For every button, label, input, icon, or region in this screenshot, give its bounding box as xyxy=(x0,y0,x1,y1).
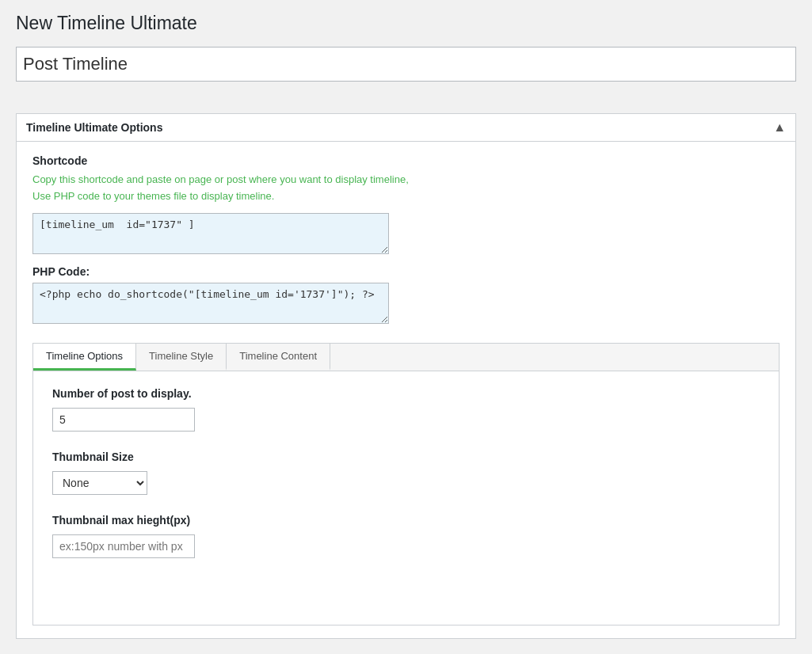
shortcode-section-title: Shortcode xyxy=(32,154,780,167)
field-thumbnail-size-label: Thumbnail Size xyxy=(52,451,760,463)
field-thumbnail-max-height: Thumbnail max hieght(px) xyxy=(52,514,760,558)
tab-timeline-content[interactable]: Timeline Content xyxy=(227,344,330,371)
thumbnail-size-select[interactable]: None Thumbnail Medium Large Full xyxy=(52,471,147,495)
shortcode-description: Copy this shortcode and paste on page or… xyxy=(32,172,780,205)
metabox-title: Timeline Ultimate Options xyxy=(26,121,162,134)
php-code-label: PHP Code: xyxy=(32,265,780,278)
tabs-nav: Timeline Options Timeline Style Timeline… xyxy=(33,344,779,371)
metabox-toggle-icon[interactable]: ▲ xyxy=(773,120,786,135)
field-posts-count: Number of post to display. xyxy=(52,387,760,432)
field-posts-count-label: Number of post to display. xyxy=(52,387,760,400)
tab-timeline-style[interactable]: Timeline Style xyxy=(136,344,227,371)
tab-timeline-options[interactable]: Timeline Options xyxy=(33,344,136,371)
shortcode-desc-line1: Copy this shortcode and paste on page or… xyxy=(32,172,780,188)
shortcode-desc-line2: Use PHP code to your themes file to disp… xyxy=(32,188,780,205)
shortcode-textarea[interactable]: [timeline_um id="1737" ] xyxy=(32,213,389,254)
page-title: New Timeline Ultimate xyxy=(16,13,796,34)
php-code-textarea[interactable]: <?php echo do_shortcode("[timeline_um id… xyxy=(32,283,389,324)
page-wrapper: New Timeline Ultimate Timeline Ultimate … xyxy=(0,0,812,654)
shortcode-section: Shortcode Copy this shortcode and paste … xyxy=(32,154,780,324)
field-thumbnail-size: Thumbnail Size None Thumbnail Medium Lar… xyxy=(52,451,760,495)
posts-count-input[interactable] xyxy=(52,408,195,432)
metabox-header: Timeline Ultimate Options ▲ xyxy=(17,114,795,142)
title-input-wrapper xyxy=(16,47,796,82)
post-title-input[interactable] xyxy=(23,51,789,78)
spacer xyxy=(16,94,796,113)
thumbnail-max-height-input[interactable] xyxy=(52,534,195,558)
field-thumbnail-max-height-label: Thumbnail max hieght(px) xyxy=(52,514,760,527)
metabox-timeline-ultimate: Timeline Ultimate Options ▲ Shortcode Co… xyxy=(16,113,796,639)
tabs-container: Timeline Options Timeline Style Timeline… xyxy=(32,343,780,625)
tab-content-timeline-options: Number of post to display. Thumbnail Siz… xyxy=(33,371,779,625)
metabox-body: Shortcode Copy this shortcode and paste … xyxy=(17,142,795,638)
